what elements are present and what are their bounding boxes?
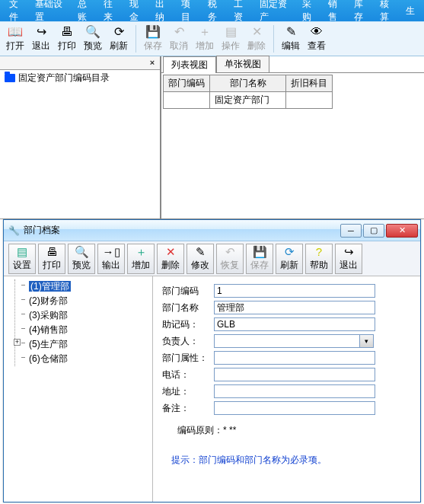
preview-button[interactable]: 🔍预览 (81, 24, 105, 54)
undo-icon: ↶ (225, 246, 235, 258)
print-button[interactable]: 🖶打印 (55, 24, 79, 54)
name-input[interactable] (214, 301, 375, 314)
refresh-icon: ⟳ (285, 246, 295, 258)
edit-icon: ✎ (286, 25, 296, 39)
dialog-title: 部门档案 (24, 224, 60, 237)
maximize-button[interactable]: ▢ (363, 224, 384, 238)
mnemonic-label: 助记码： (162, 318, 214, 331)
menu-tax[interactable]: 税务 (203, 0, 229, 24)
tree-item-2[interactable]: (2)财务部 (15, 294, 149, 308)
owner-input[interactable] (214, 334, 360, 348)
name-label: 部门名称 (162, 301, 214, 314)
menu-bar: 文件 基础设置 总账 往来 现金 出纳 项目 税务 工资 固定资产 采购 销售 … (0, 0, 424, 21)
folder-icon (5, 74, 15, 82)
preview-icon: 🔍 (85, 25, 100, 39)
col-code[interactable]: 部门编码 (164, 75, 210, 92)
note-label: 备注： (162, 402, 214, 415)
tree-item-5[interactable]: +(5)生产部 (15, 337, 149, 352)
refresh-button[interactable]: ⟳刷新 (107, 24, 131, 54)
tree-item-6[interactable]: (6)仓储部 (15, 352, 149, 366)
open-icon: 📖 (8, 25, 23, 39)
add-icon: ＋ (199, 25, 211, 39)
note-input[interactable] (214, 401, 375, 415)
delete-button[interactable]: ✕删除 (157, 244, 184, 274)
menu-purchase[interactable]: 采购 (298, 0, 324, 24)
help-button[interactable]: ?帮助 (305, 244, 333, 274)
menu-stock[interactable]: 库存 (349, 0, 375, 24)
toolbar-separator (135, 25, 136, 53)
menu-cashier[interactable]: 出纳 (151, 0, 177, 24)
action-icon: ▤ (225, 25, 237, 39)
menu-file[interactable]: 文件 (5, 0, 30, 24)
close-button[interactable]: ✕ (386, 224, 418, 238)
cell-name: 固定资产部门 (210, 92, 286, 109)
code-label: 部门编码 (162, 285, 214, 298)
menu-fixed-assets[interactable]: 固定资产 (255, 0, 298, 24)
exit-icon: ↪ (37, 25, 46, 39)
panel-header: × (0, 56, 160, 70)
tab-single-view[interactable]: 单张视图 (216, 56, 269, 72)
mnemonic-input[interactable] (214, 317, 375, 331)
delete-button: ✕删除 (244, 24, 269, 54)
code-input[interactable] (214, 284, 375, 298)
owner-dropdown-button[interactable]: ▾ (360, 334, 374, 348)
split-area: × 固定资产部门编码目录 列表视图 单张视图 部门编码 部门名称 折旧科目 固定… (0, 56, 424, 219)
menu-gl[interactable]: 总账 (73, 0, 99, 24)
close-icon[interactable]: × (147, 58, 158, 69)
main-toolbar: 📖打开 ↪退出 🖶打印 🔍预览 ⟳刷新 💾保存 ↶取消 ＋增加 ▤操作 ✕删除 … (0, 21, 424, 56)
edit-button[interactable]: ✎编辑 (279, 24, 303, 54)
menu-sales[interactable]: 销售 (324, 0, 349, 24)
tab-list-view[interactable]: 列表视图 (163, 56, 216, 73)
data-table: 部门编码 部门名称 折旧科目 固定资产部门 (163, 75, 333, 109)
tree-root-item[interactable]: 固定资产部门编码目录 (0, 70, 160, 86)
view-icon: 👁 (311, 25, 323, 39)
coding-rule: 编码原则：* ** (162, 424, 411, 437)
cancel-icon: ↶ (174, 25, 184, 39)
menu-salary[interactable]: 工资 (229, 0, 255, 24)
phone-input[interactable] (214, 368, 375, 381)
minimize-button[interactable]: ─ (340, 224, 362, 238)
tree-item-4[interactable]: (4)销售部 (15, 323, 149, 337)
dialog-titlebar[interactable]: 🔧 部门档案 ─ ▢ ✕ (4, 220, 420, 241)
refresh-button[interactable]: ⟳刷新 (276, 244, 303, 274)
menu-ar[interactable]: 往来 (99, 0, 125, 24)
department-dialog: 🔧 部门档案 ─ ▢ ✕ ▤设置 🖶打印 🔍预览 →▯输出 ＋增加 ✕删除 ✎修… (3, 219, 421, 502)
help-icon: ? (316, 246, 322, 258)
expand-icon[interactable]: + (14, 339, 21, 346)
tree-item-1[interactable]: (1)管理部 (15, 279, 149, 294)
export-button[interactable]: →▯输出 (97, 244, 125, 274)
col-depr[interactable]: 折旧科目 (286, 75, 333, 92)
attr-input[interactable] (214, 351, 375, 365)
col-name[interactable]: 部门名称 (210, 75, 286, 92)
menu-project[interactable]: 项目 (177, 0, 202, 24)
edit-button[interactable]: ✎修改 (186, 244, 214, 274)
dialog-toolbar: ▤设置 🖶打印 🔍预览 →▯输出 ＋增加 ✕删除 ✎修改 ↶恢复 💾保存 ⟳刷新… (4, 241, 420, 276)
tree-item-3[interactable]: (3)采购部 (15, 308, 149, 323)
menu-accounting[interactable]: 核算 (375, 0, 401, 24)
menu-basic-settings[interactable]: 基础设置 (30, 0, 73, 24)
exit-button[interactable]: ↪退出 (335, 244, 362, 274)
tree-root-label: 固定资产部门编码目录 (18, 72, 110, 85)
view-button[interactable]: 👁查看 (304, 24, 329, 54)
hint-text: 提示：部门编码和部门名称为必录项。 (162, 454, 411, 467)
setup-button[interactable]: ▤设置 (8, 244, 36, 274)
exit-icon: ↪ (344, 246, 354, 258)
attr-label: 部门属性： (162, 352, 214, 365)
toolbar-separator (273, 25, 274, 53)
menu-cash[interactable]: 现金 (125, 0, 151, 24)
export-icon: →▯ (103, 246, 120, 258)
refresh-icon: ⟳ (114, 25, 124, 39)
open-button[interactable]: 📖打开 (3, 24, 27, 54)
menu-more[interactable]: 生 (401, 5, 419, 18)
add-icon: ＋ (135, 246, 147, 258)
cell-depr (286, 92, 333, 109)
addr-input[interactable] (214, 384, 375, 398)
right-panel: 列表视图 单张视图 部门编码 部门名称 折旧科目 固定资产部门 (161, 56, 424, 219)
print-button[interactable]: 🖶打印 (38, 244, 65, 274)
table-row[interactable]: 固定资产部门 (164, 92, 333, 109)
add-button[interactable]: ＋增加 (127, 244, 155, 274)
save-button: 💾保存 (246, 244, 273, 274)
exit-button[interactable]: ↪退出 (29, 24, 53, 54)
preview-button[interactable]: 🔍预览 (68, 244, 95, 274)
delete-icon: ✕ (252, 25, 262, 39)
